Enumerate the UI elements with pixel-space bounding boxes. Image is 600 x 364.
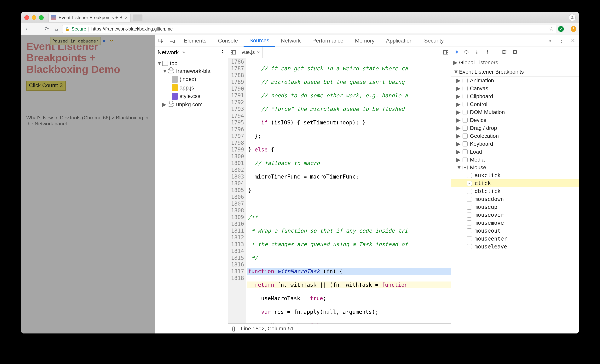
category-geolocation[interactable]: ▶Geolocation	[451, 132, 579, 140]
category-media[interactable]: ▶Media	[451, 156, 579, 164]
pretty-print-icon[interactable]: {}	[232, 326, 235, 332]
category-canvas[interactable]: ▶Canvas	[451, 84, 579, 92]
pause-exceptions-button[interactable]	[512, 49, 518, 55]
category-clipboard[interactable]: ▶Clipboard	[451, 92, 579, 100]
event-mouseover[interactable]: mouseover	[451, 211, 579, 219]
checkbox[interactable]	[467, 228, 472, 233]
checkbox[interactable]	[467, 189, 472, 194]
tab-network[interactable]: Network	[275, 35, 307, 46]
category-drag-drop[interactable]: ▶Drag / drop	[451, 124, 579, 132]
category-animation[interactable]: ▶Animation	[451, 76, 579, 84]
tree-domain[interactable]: ▼framework-bla	[156, 67, 227, 75]
step-over-button[interactable]	[464, 49, 469, 55]
checkbox[interactable]	[467, 181, 472, 186]
more-tabs-icon[interactable]: »	[544, 38, 555, 44]
checkbox[interactable]	[463, 118, 468, 123]
checkbox[interactable]	[463, 78, 468, 83]
inspect-element-icon[interactable]	[155, 38, 166, 43]
bookmark-star-icon[interactable]: ☆	[549, 26, 553, 32]
devtools-menu-icon[interactable]: ⋮	[555, 38, 567, 44]
checkbox[interactable]	[467, 212, 472, 218]
browser-tab[interactable]: Event Listener Breakpoints + B ×	[48, 13, 131, 22]
checkbox[interactable]	[467, 244, 472, 249]
back-button[interactable]: ←	[24, 25, 31, 33]
toggle-debugger-icon[interactable]	[440, 50, 451, 55]
tree-file-index[interactable]: (index)	[156, 75, 227, 83]
category-control[interactable]: ▶Control	[451, 100, 579, 108]
minimize-window-button[interactable]	[32, 15, 36, 20]
checkbox[interactable]	[467, 236, 472, 241]
resume-mini-button[interactable]	[100, 37, 108, 45]
click-count-button[interactable]: Click Count: 3	[26, 81, 66, 91]
resume-button[interactable]	[453, 49, 459, 55]
navigator-tab-label[interactable]: Network	[158, 49, 179, 56]
checkbox[interactable]	[463, 86, 468, 91]
checkbox[interactable]	[463, 94, 468, 99]
category-load[interactable]: ▶Load	[451, 148, 579, 156]
maximize-window-button[interactable]	[39, 15, 44, 20]
deactivate-breakpoints-button[interactable]	[502, 49, 507, 55]
tab-console[interactable]: Console	[212, 35, 244, 46]
category-keyboard[interactable]: ▶Keyboard	[451, 140, 579, 148]
tab-elements[interactable]: Elements	[178, 35, 212, 46]
checkbox[interactable]	[467, 220, 472, 226]
navigator-menu-icon[interactable]: ⋮	[220, 49, 225, 55]
forward-button[interactable]: →	[33, 25, 41, 33]
reload-button[interactable]: ⟳	[43, 25, 51, 33]
tree-file-style[interactable]: style.css	[156, 92, 227, 100]
device-mode-icon[interactable]	[166, 38, 178, 43]
checkbox[interactable]	[463, 126, 468, 131]
category-mouse[interactable]: ▼Mouse	[451, 164, 579, 171]
toggle-nav-icon[interactable]	[228, 50, 239, 55]
devtools-close-icon[interactable]: ✕	[567, 38, 579, 44]
extension-badge-green[interactable]: ✓	[558, 26, 564, 32]
file-tab-vuejs[interactable]: vue.js ×	[239, 47, 263, 58]
extension-menu[interactable]: ⋯	[566, 28, 569, 30]
tree-file-appjs[interactable]: app.js	[156, 83, 227, 92]
stepover-mini-button[interactable]	[108, 37, 115, 45]
checkbox[interactable]	[463, 157, 468, 162]
code-area[interactable]: 1786178717881789179017911792179317941795…	[228, 58, 451, 323]
checkbox[interactable]	[463, 165, 468, 170]
tab-performance[interactable]: Performance	[307, 35, 349, 46]
checkbox[interactable]	[463, 102, 468, 107]
extension-badge-warn[interactable]: !	[571, 26, 576, 32]
checkbox[interactable]	[467, 173, 472, 178]
tree-top[interactable]: ▼top	[156, 60, 227, 67]
omnibox[interactable]: 🔒 Secure | https://framework-blackboxing…	[62, 25, 556, 33]
event-auxclick[interactable]: auxclick	[451, 171, 579, 179]
close-window-button[interactable]	[24, 15, 29, 20]
checkbox[interactable]	[463, 141, 468, 146]
event-mouseleave[interactable]: mouseleave	[451, 243, 579, 251]
step-out-button[interactable]	[485, 49, 490, 55]
close-file-tab-icon[interactable]: ×	[257, 50, 260, 55]
section-event-listener-breakpoints[interactable]: ▼Event Listener Breakpoints	[451, 67, 579, 76]
section-global-listeners[interactable]: ▶Global Listeners	[451, 58, 579, 67]
profile-avatar[interactable]	[569, 14, 576, 21]
checkbox[interactable]	[467, 197, 472, 202]
close-tab-icon[interactable]: ×	[125, 15, 128, 21]
event-mousedown[interactable]: mousedown	[451, 195, 579, 203]
category-device[interactable]: ▶Device	[451, 116, 579, 124]
whats-new-link[interactable]: What's New In DevTools (Chrome 66) > Bla…	[26, 115, 150, 127]
checkbox[interactable]	[463, 134, 468, 138]
checkbox[interactable]	[463, 149, 468, 154]
new-tab-button[interactable]	[133, 15, 142, 21]
tree-cdn[interactable]: ▶unpkg.com	[156, 100, 227, 108]
home-button[interactable]: ⌂	[53, 25, 60, 33]
event-mouseout[interactable]: mouseout	[451, 227, 579, 235]
event-mousemove[interactable]: mousemove	[451, 219, 579, 227]
tab-sources[interactable]: Sources	[244, 35, 275, 47]
more-nav-tabs-icon[interactable]: »	[182, 50, 185, 55]
event-mouseup[interactable]: mouseup	[451, 203, 579, 211]
step-into-button[interactable]	[474, 49, 479, 55]
category-dom-mutation[interactable]: ▶DOM Mutation	[451, 108, 579, 116]
event-dblclick[interactable]: dblclick	[451, 187, 579, 195]
checkbox[interactable]	[463, 110, 468, 115]
checkbox[interactable]	[467, 205, 472, 210]
tab-memory[interactable]: Memory	[349, 35, 380, 46]
event-click[interactable]: click	[451, 179, 579, 187]
tab-security[interactable]: Security	[418, 35, 450, 46]
tab-application[interactable]: Application	[380, 35, 418, 46]
event-mouseenter[interactable]: mouseenter	[451, 235, 579, 243]
